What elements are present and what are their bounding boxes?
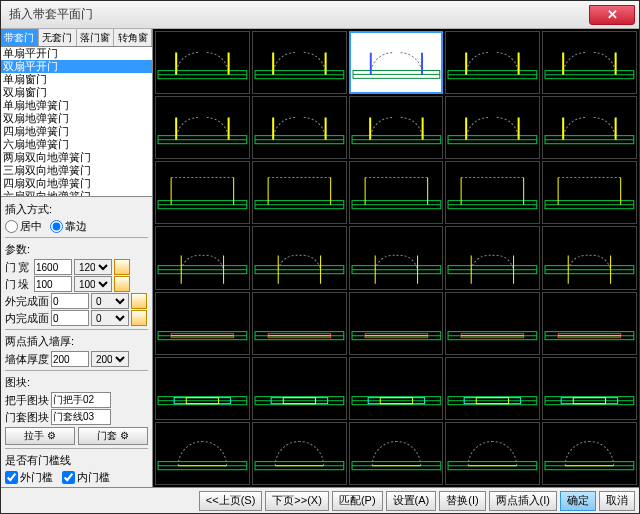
list-item[interactable]: 单扇地弹簧门	[1, 99, 152, 112]
sill-label: 是否有门槛线	[5, 453, 148, 468]
tab-2[interactable]: 落门窗	[77, 29, 115, 46]
preview-cell[interactable]	[349, 31, 444, 94]
preview-cell[interactable]	[445, 226, 540, 289]
preview-cell[interactable]	[542, 31, 637, 94]
preview-cell[interactable]	[252, 292, 347, 355]
settings-button[interactable]: 设置(A)	[386, 491, 437, 511]
list-item[interactable]: 六扇双向地弹簧门	[1, 190, 152, 197]
window-title: 插入带套平面门	[9, 6, 93, 23]
pick-icon[interactable]	[114, 259, 130, 275]
preview-cell[interactable]	[445, 357, 540, 420]
dialog-window: 插入带套平面门 ✕ 带套门 无套门 落门窗 转角窗 单扇平开门双扇平开门单扇窗门…	[0, 0, 640, 514]
preview-cell[interactable]	[155, 422, 250, 485]
block-label: 图块:	[5, 375, 148, 390]
insert-center[interactable]: 居中	[5, 219, 42, 234]
preview-cell[interactable]	[542, 161, 637, 224]
preview-cell[interactable]	[542, 292, 637, 355]
preview-cell[interactable]	[349, 96, 444, 159]
outer-sill-cb[interactable]: 外门槛	[5, 470, 53, 485]
list-item[interactable]: 双扇平开门	[1, 60, 152, 73]
preview-cell[interactable]	[349, 292, 444, 355]
pick-icon[interactable]	[131, 293, 147, 309]
list-item[interactable]: 三扇双向地弹簧门	[1, 164, 152, 177]
preview-cell[interactable]	[252, 161, 347, 224]
ok-button[interactable]: 确定	[560, 491, 596, 511]
list-item[interactable]: 四扇双向地弹簧门	[1, 177, 152, 190]
preview-cell[interactable]	[445, 161, 540, 224]
cancel-button[interactable]: 取消	[599, 491, 635, 511]
door-width-sel[interactable]: 120	[74, 259, 112, 275]
handle-button[interactable]: 拉手 ⚙	[5, 427, 75, 445]
door-type-list[interactable]: 单扇平开门双扇平开门单扇窗门双扇窗门单扇地弹簧门双扇地弹簧门四扇地弹簧门六扇地弹…	[1, 47, 152, 197]
door-stub-sel[interactable]: 100	[74, 276, 112, 292]
preview-cell[interactable]	[155, 31, 250, 94]
preview-cell[interactable]	[349, 422, 444, 485]
titlebar: 插入带套平面门 ✕	[1, 1, 639, 29]
preview-cell[interactable]	[445, 292, 540, 355]
category-tabs: 带套门 无套门 落门窗 转角窗	[1, 29, 152, 47]
window-sill-cb[interactable]: 有窗台线	[5, 486, 64, 487]
pick-icon[interactable]	[131, 310, 147, 326]
preview-cell[interactable]	[542, 422, 637, 485]
inner-sill-cb[interactable]: 内门槛	[62, 470, 110, 485]
preview-cell[interactable]	[155, 161, 250, 224]
outer-face-sel[interactable]: 0	[91, 293, 129, 309]
next-page-button[interactable]: 下页>>(X)	[265, 491, 329, 511]
preview-cell[interactable]	[349, 161, 444, 224]
left-panel: 带套门 无套门 落门窗 转角窗 单扇平开门双扇平开门单扇窗门双扇窗门单扇地弹簧门…	[1, 29, 153, 487]
inner-face-input[interactable]	[51, 310, 89, 326]
preview-cell[interactable]	[252, 96, 347, 159]
params-panel: 插入方式: 居中 靠边 参数: 门宽 120 门垛	[1, 197, 152, 487]
list-item[interactable]: 单扇窗门	[1, 73, 152, 86]
tab-0[interactable]: 带套门	[1, 29, 39, 46]
tab-3[interactable]: 转角窗	[114, 29, 152, 46]
list-item[interactable]: 单扇平开门	[1, 47, 152, 60]
list-item[interactable]: 六扇地弹簧门	[1, 138, 152, 151]
preview-cell[interactable]	[155, 357, 250, 420]
door-width-input[interactable]	[34, 259, 72, 275]
preview-cell[interactable]	[252, 422, 347, 485]
preview-cell[interactable]	[155, 292, 250, 355]
inner-face-sel[interactable]: 0	[91, 310, 129, 326]
handle-block-input[interactable]	[51, 392, 111, 408]
prev-page-button[interactable]: <<上页(S)	[199, 491, 263, 511]
insert-mode-label: 插入方式:	[5, 202, 148, 217]
replace-button[interactable]: 替换(I)	[439, 491, 485, 511]
preview-cell[interactable]	[542, 357, 637, 420]
preview-cell[interactable]	[252, 226, 347, 289]
preview-cell[interactable]	[445, 96, 540, 159]
preview-grid-area	[153, 29, 639, 487]
wall-label: 两点插入墙厚:	[5, 334, 148, 349]
list-item[interactable]: 双扇地弹簧门	[1, 112, 152, 125]
tab-1[interactable]: 无套门	[39, 29, 77, 46]
preview-cell[interactable]	[542, 96, 637, 159]
preview-cell[interactable]	[349, 226, 444, 289]
list-item[interactable]: 双扇窗门	[1, 86, 152, 99]
preview-cell[interactable]	[445, 31, 540, 94]
list-item[interactable]: 两扇双向地弹簧门	[1, 151, 152, 164]
wall-thk-sel[interactable]: 200	[91, 351, 129, 367]
params-label: 参数:	[5, 242, 148, 257]
frame-block-input[interactable]	[51, 409, 111, 425]
frame-button[interactable]: 门套 ⚙	[78, 427, 148, 445]
door-stub-input[interactable]	[34, 276, 72, 292]
footer-toolbar: <<上页(S) 下页>>(X) 匹配(P) 设置(A) 替换(I) 两点插入(I…	[1, 487, 639, 513]
two-point-button[interactable]: 两点插入(I)	[489, 491, 557, 511]
wall-thk-input[interactable]	[51, 351, 89, 367]
preview-cell[interactable]	[445, 422, 540, 485]
close-button[interactable]: ✕	[589, 5, 635, 25]
preview-cell[interactable]	[349, 357, 444, 420]
preview-cell[interactable]	[542, 226, 637, 289]
pick-icon[interactable]	[114, 276, 130, 292]
preview-cell[interactable]	[155, 226, 250, 289]
preview-cell[interactable]	[252, 357, 347, 420]
list-item[interactable]: 四扇地弹簧门	[1, 125, 152, 138]
preview-cell[interactable]	[252, 31, 347, 94]
outer-face-input[interactable]	[51, 293, 89, 309]
match-button[interactable]: 匹配(P)	[332, 491, 383, 511]
insert-edge[interactable]: 靠边	[50, 219, 87, 234]
preview-cell[interactable]	[155, 96, 250, 159]
